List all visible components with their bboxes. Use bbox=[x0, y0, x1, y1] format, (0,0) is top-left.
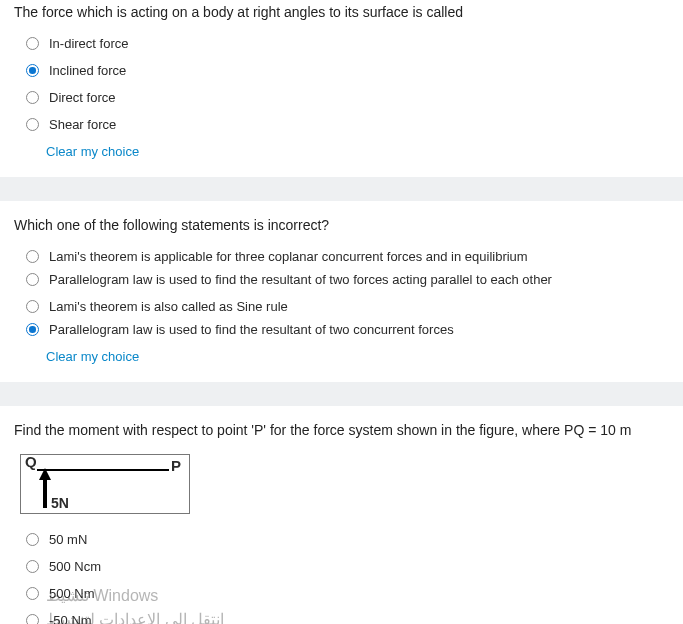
question-text: Find the moment with respect to point 'P… bbox=[14, 408, 669, 438]
figure-bar bbox=[37, 469, 169, 471]
radio-icon bbox=[26, 560, 39, 573]
question-1: The force which is acting on a body at r… bbox=[0, 0, 683, 177]
option-label: 500 Ncm bbox=[49, 559, 101, 574]
option-label: Inclined force bbox=[49, 63, 126, 78]
radio-icon bbox=[26, 587, 39, 600]
option-parallelogram-concurrent[interactable]: Parallelogram law is used to find the re… bbox=[26, 322, 669, 337]
arrow-up-icon bbox=[39, 468, 51, 480]
option-label: Direct force bbox=[49, 90, 115, 105]
option-label: Shear force bbox=[49, 117, 116, 132]
options-group: In-direct force Inclined force Direct fo… bbox=[14, 36, 669, 159]
option-label: 50 mN bbox=[49, 532, 87, 547]
option-50mn[interactable]: 50 mN bbox=[26, 532, 669, 547]
question-text: The force which is acting on a body at r… bbox=[14, 2, 669, 20]
option-label: 500 Nm bbox=[49, 586, 95, 601]
watermark-overlay-area: تنشيط Windows انتقل إلى الإعدادات لتنشيط… bbox=[26, 586, 669, 624]
option-shear-force[interactable]: Shear force bbox=[26, 117, 669, 132]
radio-icon bbox=[26, 614, 39, 624]
figure-force-label: 5N bbox=[51, 495, 69, 511]
figure-force-arrow bbox=[43, 468, 51, 508]
option-minus-50nm[interactable]: -50 Nm bbox=[26, 613, 669, 624]
option-500ncm[interactable]: 500 Ncm bbox=[26, 559, 669, 574]
radio-icon bbox=[26, 533, 39, 546]
option-lami-equilibrium[interactable]: Lami's theorem is applicable for three c… bbox=[26, 249, 669, 264]
clear-choice-link[interactable]: Clear my choice bbox=[26, 144, 669, 159]
radio-icon bbox=[26, 250, 39, 263]
question-text: Which one of the following statements is… bbox=[14, 203, 669, 233]
option-label: Parallelogram law is used to find the re… bbox=[49, 322, 454, 337]
radio-icon bbox=[26, 300, 39, 313]
radio-icon bbox=[26, 323, 39, 336]
question-2: Which one of the following statements is… bbox=[0, 201, 683, 382]
option-inclined-force[interactable]: Inclined force bbox=[26, 63, 669, 78]
option-label: -50 Nm bbox=[49, 613, 92, 624]
question-3: Find the moment with respect to point 'P… bbox=[0, 406, 683, 624]
option-parallelogram-parallel[interactable]: Parallelogram law is used to find the re… bbox=[26, 272, 669, 287]
option-direct-force[interactable]: Direct force bbox=[26, 90, 669, 105]
arrow-shaft bbox=[43, 480, 47, 508]
options-group: Lami's theorem is applicable for three c… bbox=[14, 249, 669, 364]
radio-icon bbox=[26, 91, 39, 104]
radio-icon bbox=[26, 37, 39, 50]
options-group: 50 mN 500 Ncm تنشيط Windows انتقل إلى ال… bbox=[14, 532, 669, 624]
figure-point-p: P bbox=[171, 457, 181, 474]
figure-point-q: Q bbox=[25, 453, 37, 470]
option-label: Lami's theorem is applicable for three c… bbox=[49, 249, 528, 264]
option-label: Parallelogram law is used to find the re… bbox=[49, 272, 552, 287]
clear-choice-link[interactable]: Clear my choice bbox=[26, 349, 669, 364]
option-500nm[interactable]: 500 Nm bbox=[26, 586, 669, 601]
radio-icon bbox=[26, 273, 39, 286]
option-label: In-direct force bbox=[49, 36, 128, 51]
option-lami-sine-rule[interactable]: Lami's theorem is also called as Sine ru… bbox=[26, 299, 669, 314]
option-label: Lami's theorem is also called as Sine ru… bbox=[49, 299, 288, 314]
radio-icon bbox=[26, 64, 39, 77]
force-figure: Q P 5N bbox=[20, 454, 190, 514]
radio-icon bbox=[26, 118, 39, 131]
option-indirect-force[interactable]: In-direct force bbox=[26, 36, 669, 51]
